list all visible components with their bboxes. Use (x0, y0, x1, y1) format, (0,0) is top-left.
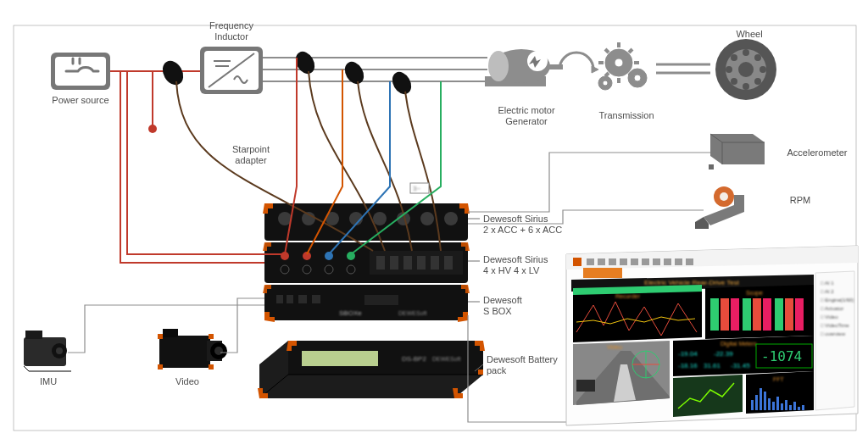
svg-point-40 (754, 54, 761, 61)
svg-rect-162 (776, 397, 779, 410)
svg-rect-135 (795, 298, 804, 331)
svg-point-96 (159, 58, 186, 87)
svg-text:□ Engine[1/60]: □ Engine[1/60] (821, 297, 854, 303)
svg-rect-140 (576, 380, 595, 392)
svg-point-54 (444, 212, 458, 225)
svg-line-26 (605, 49, 609, 53)
rpm-label: RPM (775, 195, 826, 206)
rpm-sensor-icon (695, 186, 744, 229)
svg-point-38 (760, 66, 766, 73)
svg-rect-167 (798, 407, 800, 410)
svg-point-45 (720, 192, 728, 201)
svg-rect-65 (376, 256, 385, 270)
svg-rect-68 (417, 256, 426, 270)
video-camera-icon (158, 329, 227, 370)
svg-rect-112 (620, 258, 627, 265)
svg-line-27 (629, 49, 632, 53)
imu-label: IMU (27, 376, 70, 387)
svg-rect-92 (209, 334, 214, 339)
svg-point-37 (726, 66, 732, 73)
svg-point-42 (754, 78, 761, 85)
svg-rect-73 (287, 295, 293, 303)
svg-text:□ overview: □ overview (821, 331, 846, 336)
svg-rect-69 (431, 256, 439, 270)
svg-rect-133 (775, 298, 783, 331)
sirius-acc-label: Dewesoft Sirius 2 x ACC + 6 x ACC (483, 214, 585, 235)
svg-rect-72 (276, 295, 283, 303)
svg-point-98 (342, 59, 367, 86)
power-source-label: Power source (51, 95, 110, 106)
daq-stack: SBOXe DEWESoft (263, 203, 470, 322)
sirius-hv-label: Dewesoft Sirius 4 x HV 4 x LV (483, 254, 585, 275)
svg-text:-22.39: -22.39 (714, 350, 733, 358)
software-window: Electric Vehicle Rear-Drive Test Recorde… (566, 246, 858, 425)
svg-rect-87 (163, 329, 178, 337)
starpoint-adapter-label: Starpoint adapter (217, 144, 285, 165)
svg-point-34 (738, 62, 754, 77)
svg-rect-91 (158, 334, 163, 339)
sbox-label: Dewesoft S BOX (483, 295, 585, 316)
svg-text:DEWESoft: DEWESoft (432, 356, 461, 362)
svg-rect-128 (721, 298, 729, 331)
svg-rect-110 (598, 258, 605, 265)
svg-text:DS-BP2: DS-BP2 (402, 355, 426, 363)
svg-point-36 (743, 83, 749, 90)
svg-rect-119 (583, 268, 622, 278)
svg-point-57 (281, 265, 289, 274)
wheel-label: Wheel (724, 29, 775, 40)
svg-rect-127 (710, 298, 719, 331)
svg-marker-15 (592, 66, 598, 73)
frequency-inductor-icon (200, 47, 263, 94)
svg-rect-70 (444, 256, 453, 270)
svg-text:3~: 3~ (413, 185, 420, 192)
svg-rect-83 (25, 331, 42, 339)
svg-point-39 (731, 54, 737, 61)
electric-motor-icon (485, 49, 563, 86)
svg-rect-131 (753, 298, 761, 331)
svg-point-41 (731, 78, 737, 85)
svg-rect-166 (793, 402, 796, 410)
svg-rect-164 (785, 400, 787, 410)
imu-icon (24, 331, 71, 371)
svg-rect-161 (772, 402, 775, 410)
svg-rect-129 (731, 298, 739, 331)
video-label: Video (166, 376, 209, 387)
svg-text:□ VideoTime: □ VideoTime (821, 323, 849, 328)
svg-rect-156 (751, 400, 754, 410)
svg-rect-130 (743, 298, 751, 331)
svg-rect-157 (755, 395, 758, 410)
svg-rect-117 (675, 258, 682, 265)
svg-rect-163 (781, 403, 783, 410)
svg-point-19 (634, 75, 641, 81)
svg-point-85 (56, 347, 63, 354)
svg-point-59 (303, 265, 311, 274)
svg-point-12 (488, 51, 509, 81)
svg-rect-134 (785, 298, 793, 331)
frequency-inductor-label: Frequency Inductor (202, 20, 261, 42)
svg-point-53 (420, 212, 434, 225)
svg-rect-114 (642, 258, 649, 265)
svg-text:□ AI 1: □ AI 1 (821, 281, 834, 286)
battery-label: Dewesoft Battery pack (487, 354, 588, 375)
svg-rect-168 (802, 405, 804, 410)
svg-point-99 (390, 69, 415, 97)
svg-rect-75 (312, 295, 320, 303)
svg-rect-74 (298, 295, 307, 303)
svg-text:Recorder: Recorder (615, 293, 640, 299)
svg-point-51 (373, 212, 387, 225)
svg-point-60 (325, 252, 333, 260)
svg-text:31.61: 31.61 (704, 362, 721, 370)
svg-rect-43 (709, 164, 714, 169)
svg-marker-153 (673, 375, 743, 417)
svg-point-21 (603, 81, 608, 86)
svg-text:-31.45: -31.45 (731, 362, 750, 370)
svg-rect-79 (302, 351, 378, 366)
accelerometer-label: Accelerometer (775, 147, 860, 158)
svg-rect-93 (158, 364, 163, 370)
svg-rect-115 (653, 258, 660, 265)
svg-point-61 (325, 265, 333, 274)
svg-text:-18.16: -18.16 (678, 362, 698, 370)
svg-point-90 (214, 347, 223, 355)
svg-rect-165 (789, 405, 792, 410)
svg-text:DEWESoft: DEWESoft (398, 310, 427, 316)
